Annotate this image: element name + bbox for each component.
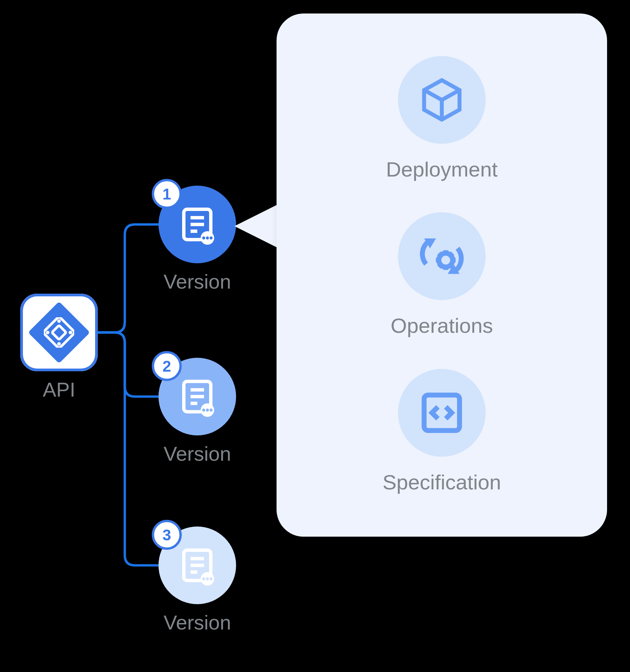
panel-item-deployment: Deployment: [386, 56, 498, 181]
panel-label-operations: Operations: [390, 314, 493, 337]
operations-icon: [398, 212, 486, 300]
document-icon: [177, 376, 218, 417]
version-node-2: 2: [158, 358, 236, 435]
svg-point-12: [206, 237, 209, 240]
version-label-1: Version: [158, 270, 236, 293]
version-label-2: Version: [158, 442, 236, 465]
panel-item-specification: Specification: [382, 369, 501, 494]
api-label: API: [20, 378, 98, 401]
document-icon: [177, 545, 218, 585]
svg-point-29: [210, 577, 213, 580]
version-badge-2: 2: [152, 351, 182, 381]
svg-point-11: [202, 237, 205, 240]
version-badge-3: 3: [152, 520, 182, 550]
panel-item-operations: Operations: [390, 212, 493, 337]
version-label-3: Version: [158, 611, 236, 634]
callout-panel: Deployment Operations Specification: [277, 14, 607, 537]
svg-point-3: [57, 342, 61, 346]
svg-point-27: [202, 577, 205, 580]
svg-point-4: [46, 331, 50, 335]
version-badge-1: 1: [152, 179, 182, 209]
svg-point-21: [210, 409, 213, 412]
svg-point-2: [57, 319, 61, 323]
svg-point-13: [210, 237, 213, 240]
panel-label-deployment: Deployment: [386, 157, 498, 181]
svg-point-19: [202, 409, 205, 412]
version-node-3: 3: [158, 527, 236, 604]
callout-pointer: [234, 202, 282, 250]
svg-point-20: [206, 409, 209, 412]
document-icon: [177, 204, 218, 245]
code-icon: [398, 369, 486, 457]
svg-point-5: [69, 331, 73, 335]
svg-point-32: [439, 254, 453, 267]
version-node-1: 1: [158, 186, 236, 263]
svg-point-28: [206, 577, 209, 580]
panel-label-specification: Specification: [382, 470, 501, 494]
svg-rect-1: [52, 326, 66, 339]
cube-icon: [398, 56, 486, 144]
api-node: [20, 294, 98, 371]
api-icon: [28, 302, 90, 363]
